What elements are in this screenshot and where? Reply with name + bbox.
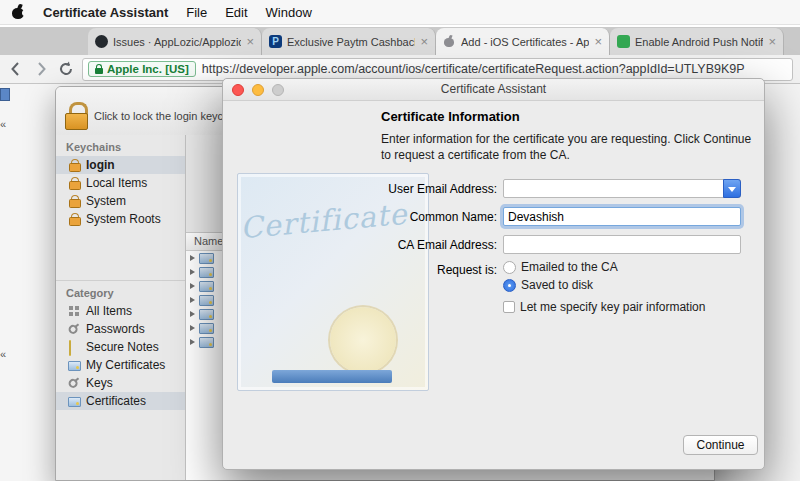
- sidebar-item-my-certificates[interactable]: My Certificates: [56, 356, 185, 374]
- grid-icon: [68, 305, 81, 318]
- keychains-header: Keychains: [56, 135, 185, 156]
- certificate-watermark-image: Certificate: [237, 173, 429, 391]
- certificate-seal-icon: [330, 307, 396, 373]
- radio-label: Saved to disk: [521, 278, 593, 292]
- note-icon: [69, 340, 71, 356]
- tab-android-push[interactable]: Enable Android Push Notifi ×: [610, 28, 784, 55]
- category-section: Category All Items Passwords Secure Note…: [56, 280, 185, 410]
- certificate-icon: [199, 337, 214, 348]
- radio-label: Emailed to the CA: [521, 260, 618, 274]
- zoom-button: [272, 84, 284, 96]
- forward-icon[interactable]: [32, 60, 50, 78]
- sidebar-item-label: Local Items: [86, 176, 147, 190]
- disclosure-triangle-icon[interactable]: [190, 283, 195, 289]
- lock-icon: [95, 68, 103, 74]
- ev-security-chip[interactable]: Apple Inc. [US]: [88, 61, 196, 77]
- paytm-favicon-icon: P: [269, 35, 282, 48]
- menu-file[interactable]: File: [186, 5, 207, 20]
- certificate-icon: [199, 267, 214, 278]
- category-header: Category: [56, 281, 185, 302]
- url-text[interactable]: https://developer.apple.com/account/ios/…: [202, 62, 745, 76]
- ca-email-input[interactable]: [503, 235, 741, 254]
- radio-emailed-to-ca[interactable]: Emailed to the CA: [503, 260, 618, 274]
- tab-close-icon[interactable]: ×: [768, 35, 776, 48]
- certificate-icon: [199, 295, 214, 306]
- sidebar-item-label: My Certificates: [86, 358, 165, 372]
- padlock-icon: [68, 213, 81, 226]
- radio-saved-to-disk[interactable]: Saved to disk: [503, 278, 593, 292]
- sidebar-item-label: login: [86, 158, 115, 172]
- sidebar-item-keys[interactable]: Keys: [56, 374, 185, 392]
- radio-selected-icon[interactable]: [503, 279, 516, 292]
- sidebar-item-label: Passwords: [86, 322, 145, 336]
- tab-title: Issues · AppLozic/Applozic: [113, 36, 241, 48]
- sidebar-item-system-roots[interactable]: System Roots: [56, 210, 185, 228]
- minimize-button[interactable]: [252, 84, 264, 96]
- padlock-icon: [68, 159, 81, 172]
- sidebar-item-label: Secure Notes: [86, 340, 159, 354]
- close-button[interactable]: [232, 84, 244, 96]
- certificate-icon: [199, 309, 214, 320]
- sidebar-item-local-items[interactable]: Local Items: [56, 174, 185, 192]
- tab-title: Add - iOS Certificates - Ap: [461, 36, 589, 48]
- menu-edit[interactable]: Edit: [225, 5, 247, 20]
- background-window-chevron-icon: «: [0, 118, 6, 130]
- sidebar-spacer: [56, 228, 185, 280]
- disclosure-triangle-icon[interactable]: [190, 311, 195, 317]
- user-email-combobox[interactable]: [503, 179, 741, 198]
- back-icon[interactable]: [7, 60, 25, 78]
- menubar-app-name[interactable]: Certificate Assistant: [43, 5, 168, 20]
- sidebar-item-passwords[interactable]: Passwords: [56, 320, 185, 338]
- dialog-titlebar[interactable]: Certificate Assistant: [223, 79, 764, 101]
- disclosure-triangle-icon[interactable]: [190, 325, 195, 331]
- sidebar-item-certificates[interactable]: Certificates: [56, 392, 185, 410]
- disclosure-triangle-icon[interactable]: [190, 255, 195, 261]
- radio-icon[interactable]: [503, 261, 516, 274]
- android-favicon-icon: [617, 35, 630, 48]
- sidebar-item-label: Keys: [86, 376, 113, 390]
- background-window-doc-icon: [0, 88, 10, 101]
- common-name-label: Common Name:: [283, 210, 497, 224]
- apple-menu-icon[interactable]: [12, 5, 25, 19]
- keychain-lock-icon[interactable]: [65, 102, 89, 130]
- ev-org-name: Apple Inc. [US]: [107, 63, 189, 75]
- padlock-icon: [68, 177, 81, 190]
- reload-icon[interactable]: [57, 60, 75, 78]
- keypair-checkbox-row[interactable]: Let me specify key pair information: [503, 300, 705, 314]
- checkbox-icon[interactable]: [503, 301, 515, 313]
- dialog-heading: Certificate Information: [381, 109, 520, 124]
- combobox-dropdown-icon[interactable]: [723, 179, 741, 198]
- key-icon: [65, 320, 83, 338]
- sidebar-item-label: System Roots: [86, 212, 161, 226]
- sidebar-item-label: Certificates: [86, 394, 146, 408]
- tab-close-icon[interactable]: ×: [594, 35, 602, 48]
- tab-ios-certificates[interactable]: Add - iOS Certificates - Ap ×: [436, 28, 610, 55]
- tab-close-icon[interactable]: ×: [246, 35, 254, 48]
- disclosure-triangle-icon[interactable]: [190, 269, 195, 275]
- disclosure-triangle-icon[interactable]: [190, 339, 195, 345]
- menubar: Certificate Assistant File Edit Window: [0, 0, 800, 25]
- sidebar-item-label: System: [86, 194, 126, 208]
- continue-button[interactable]: Continue: [683, 435, 758, 455]
- certificate-assistant-dialog: Certificate Assistant Certificate Inform…: [222, 78, 765, 470]
- common-name-input[interactable]: [503, 207, 741, 226]
- disclosure-triangle-icon[interactable]: [190, 297, 195, 303]
- sidebar-item-all-items[interactable]: All Items: [56, 302, 185, 320]
- sidebar-item-system[interactable]: System: [56, 192, 185, 210]
- screen: Certificate Assistant File Edit Window I…: [0, 0, 800, 481]
- tab-close-icon[interactable]: ×: [420, 35, 428, 48]
- background-window-chevron-icon: «: [0, 348, 6, 360]
- certificate-icon: [199, 281, 214, 292]
- tab-title: Exclusive Paytm Cashback: [287, 36, 415, 48]
- tab-github-issues[interactable]: Issues · AppLozic/Applozic ×: [88, 28, 262, 55]
- dialog-title: Certificate Assistant: [441, 82, 546, 96]
- tab-paytm[interactable]: P Exclusive Paytm Cashback ×: [262, 28, 436, 55]
- user-email-label: User Email Address:: [283, 182, 497, 196]
- sidebar-item-secure-notes[interactable]: Secure Notes: [56, 338, 185, 356]
- tab-title: Enable Android Push Notifi: [635, 36, 763, 48]
- keychain-sidebar: Keychains login Local Items System Syste…: [56, 135, 186, 480]
- ca-email-label: CA Email Address:: [283, 238, 497, 252]
- menu-window[interactable]: Window: [266, 5, 312, 20]
- sidebar-item-login[interactable]: login: [56, 156, 185, 174]
- checkbox-label: Let me specify key pair information: [520, 300, 705, 314]
